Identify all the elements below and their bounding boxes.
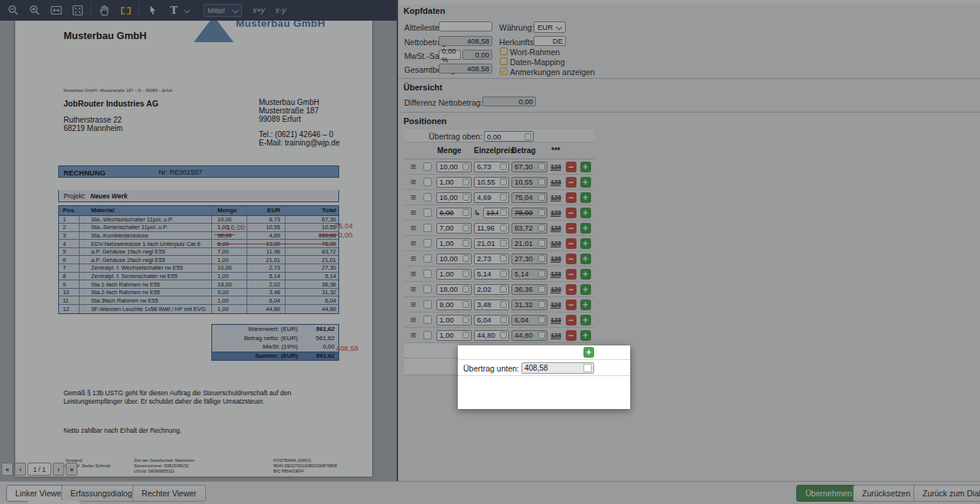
add-row-button[interactable]: + [583, 347, 594, 358]
spotlight-add-row: + [458, 345, 630, 360]
field-checkbox[interactable] [583, 364, 592, 372]
uebertrag-unten-label: Übertrag unten: [458, 364, 519, 373]
spotlight-popup: + Übertrag unten: 408,58 [458, 345, 630, 409]
dim-overlay [0, 0, 980, 504]
app-root: T Mittel x+y x·y Musterbau GmbH Musterba… [0, 0, 980, 504]
spotlight-uebertrag-unten-row: Übertrag unten: 408,58 [458, 360, 630, 376]
uebertrag-unten-input[interactable]: 408,58 [521, 362, 594, 374]
